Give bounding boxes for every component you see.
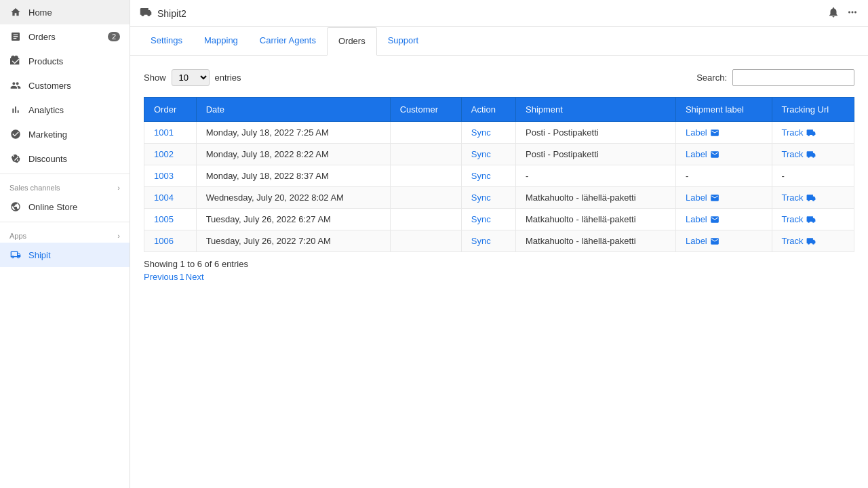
discounts-icon (9, 152, 22, 165)
cell-date: Monday, July 18, 2022 8:22 AM (196, 144, 390, 165)
sync-link[interactable]: Sync (471, 192, 491, 203)
apps-section: Apps › (0, 225, 130, 243)
col-customer: Customer (390, 98, 461, 122)
col-date: Date (196, 98, 390, 122)
table-row: 1003 Monday, July 18, 2022 8:37 AM Sync … (144, 165, 854, 187)
sidebar-item-shipit[interactable]: Shipit (0, 243, 130, 267)
tab-carrier-agents[interactable]: Carrier Agents (249, 27, 327, 55)
sidebar-item-online-store[interactable]: Online Store (0, 195, 130, 219)
main-content: Shipit2 Settings Mapping Carrier Agents … (130, 0, 868, 488)
cell-shipment: Posti - Postipaketti (516, 144, 676, 165)
marketing-icon (9, 128, 22, 140)
products-icon (9, 55, 22, 67)
label-link[interactable]: Label (686, 214, 719, 224)
sidebar-item-home[interactable]: Home (0, 0, 130, 24)
app-logo-icon (140, 6, 152, 21)
cell-customer (390, 165, 461, 187)
track-link[interactable]: Track (782, 149, 816, 159)
sidebar-item-products[interactable]: Products (0, 49, 130, 73)
divider-1 (0, 174, 130, 174)
cell-date: Wednesday, July 20, 2022 8:02 AM (196, 187, 390, 209)
sidebar-item-products-label: Products (28, 56, 63, 66)
cell-order: 1004 (144, 187, 197, 209)
cell-shipment: Posti - Postipaketti (516, 122, 676, 144)
pagination-next[interactable]: Next (186, 272, 204, 282)
table-row: 1005 Tuesday, July 26, 2022 6:27 AM Sync… (144, 209, 854, 230)
cell-action: Sync (461, 230, 515, 252)
track-link[interactable]: Track (782, 127, 816, 138)
pagination-page1[interactable]: 1 (180, 272, 184, 282)
sidebar-item-marketing[interactable]: Marketing (0, 122, 130, 146)
sidebar-item-home-label: Home (28, 7, 52, 18)
cell-shipment-label: Label (675, 187, 772, 209)
cell-action: Sync (461, 187, 515, 209)
cell-date: Tuesday, July 26, 2022 6:27 AM (196, 209, 390, 230)
cell-tracking: Track (772, 122, 854, 144)
more-icon[interactable] (846, 6, 859, 21)
order-link[interactable]: 1002 (154, 149, 174, 159)
cell-shipment-label: Label (675, 230, 772, 252)
order-link[interactable]: 1005 (154, 214, 174, 224)
order-link[interactable]: 1006 (154, 236, 174, 246)
label-link[interactable]: Label (686, 127, 719, 138)
cell-tracking: - (772, 165, 854, 187)
orders-badge: 2 (108, 32, 120, 41)
content-area: Show 10 25 50 100 entries Search: Order … (130, 56, 868, 488)
col-tracking-url: Tracking Url (772, 98, 854, 122)
label-link[interactable]: Label (686, 192, 719, 203)
cell-customer (390, 187, 461, 209)
tab-settings[interactable]: Settings (140, 27, 193, 55)
search-input[interactable] (732, 69, 854, 86)
search-row: Search: (696, 69, 854, 86)
table-row: 1006 Tuesday, July 26, 2022 7:20 AM Sync… (144, 230, 854, 252)
divider-2 (0, 222, 130, 222)
cell-customer (390, 209, 461, 230)
sidebar-item-customers[interactable]: Customers (0, 73, 130, 98)
online-store-icon (9, 201, 22, 213)
sync-link[interactable]: Sync (471, 171, 491, 181)
col-shipment-label: Shipment label (675, 98, 772, 122)
show-entries: Show 10 25 50 100 entries (144, 69, 241, 86)
orders-table: Order Date Customer Action Shipment Ship… (144, 97, 854, 252)
cell-order: 1001 (144, 122, 197, 144)
cell-shipment: Matkahuolto - lähellä-paketti (516, 230, 676, 252)
cell-shipment: - (516, 165, 676, 187)
sync-link[interactable]: Sync (471, 149, 491, 159)
sales-channels-label: Sales channels (9, 184, 60, 192)
topbar-right (827, 6, 859, 21)
customers-icon (9, 79, 22, 92)
cell-order: 1006 (144, 230, 197, 252)
entries-select[interactable]: 10 25 50 100 (172, 69, 210, 86)
sync-link[interactable]: Sync (471, 214, 491, 224)
sidebar-item-orders[interactable]: Orders 2 (0, 24, 130, 49)
analytics-icon (9, 104, 22, 116)
label-link[interactable]: Label (686, 149, 719, 159)
sync-link[interactable]: Sync (471, 236, 491, 246)
sidebar-item-analytics[interactable]: Analytics (0, 98, 130, 122)
search-label: Search: (696, 73, 727, 83)
sidebar-item-discounts[interactable]: Discounts (0, 146, 130, 171)
cell-shipment-label: Label (675, 209, 772, 230)
sales-channels-expand-icon[interactable]: › (117, 184, 120, 192)
cell-action: Sync (461, 165, 515, 187)
tab-orders[interactable]: Orders (327, 27, 377, 56)
label-link[interactable]: Label (686, 236, 719, 246)
pagination-previous[interactable]: Previous (144, 272, 178, 282)
track-link[interactable]: Track (782, 192, 816, 203)
col-order: Order (144, 98, 197, 122)
bell-icon[interactable] (827, 6, 840, 21)
apps-expand-icon[interactable]: › (117, 232, 120, 240)
sales-channels-section: Sales channels › (0, 177, 130, 195)
track-link[interactable]: Track (782, 236, 816, 246)
sidebar-item-analytics-label: Analytics (28, 105, 64, 115)
sync-link[interactable]: Sync (471, 127, 491, 138)
tab-support[interactable]: Support (377, 27, 430, 55)
order-link[interactable]: 1004 (154, 192, 174, 203)
order-link[interactable]: 1001 (154, 127, 174, 138)
cell-action: Sync (461, 122, 515, 144)
orders-icon (9, 30, 22, 43)
order-link[interactable]: 1003 (154, 171, 174, 181)
track-link[interactable]: Track (782, 214, 816, 224)
cell-customer (390, 144, 461, 165)
tab-mapping[interactable]: Mapping (193, 27, 249, 55)
